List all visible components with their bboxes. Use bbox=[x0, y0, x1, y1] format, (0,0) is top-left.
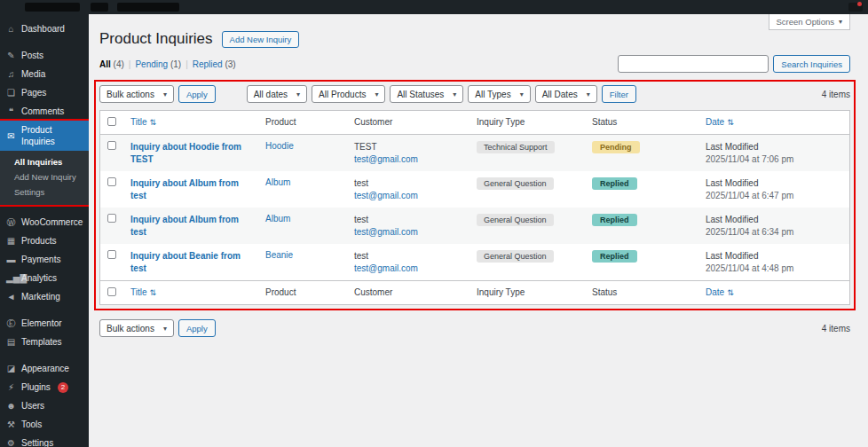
apply-button-bottom[interactable]: Apply bbox=[178, 319, 216, 337]
analytics-icon: ▂▅▇ bbox=[6, 272, 16, 284]
all-types-filter-select[interactable]: All Types ▾ bbox=[468, 85, 530, 103]
chevron-down-icon: ▾ bbox=[163, 325, 167, 333]
modified-date: 2025/11/04 at 7:06 pm bbox=[706, 153, 842, 166]
inquiry-title-link[interactable]: Inquiry about Beanie from test bbox=[130, 250, 251, 274]
sidebar-item-dashboard[interactable]: ⌂ Dashboard bbox=[0, 20, 89, 38]
inquiry-type-badge: Technical Support bbox=[477, 141, 555, 153]
all-dates-filter-select[interactable]: All dates ▾ bbox=[247, 85, 307, 103]
sidebar-item-label: Pages bbox=[21, 87, 46, 98]
sidebar-item-settings[interactable]: ⚙ Settings bbox=[0, 434, 89, 447]
view-link-replied[interactable]: Replied (3) bbox=[193, 59, 236, 69]
sidebar-item-elementor[interactable]: Ⓔ Elementor bbox=[0, 314, 89, 333]
product-link[interactable]: Album bbox=[265, 214, 290, 224]
inquiry-title-link[interactable]: Inquiry about Album from test bbox=[130, 214, 251, 238]
column-header-status: Status bbox=[585, 111, 698, 135]
inquiry-title-link[interactable]: Inquiry about Hoodie from TEST bbox=[130, 141, 251, 165]
column-footer-title[interactable]: Title⇅ bbox=[130, 287, 156, 297]
all-products-filter-select[interactable]: All Products ▾ bbox=[312, 85, 385, 103]
sidebar-item-appearance[interactable]: ◪ Appearance bbox=[0, 359, 89, 378]
customer-email-link[interactable]: test@gmail.com bbox=[354, 227, 418, 237]
filter-button[interactable]: Filter bbox=[602, 85, 636, 103]
sidebar-item-pages[interactable]: ❏ Pages bbox=[0, 83, 89, 102]
sort-icon: ⇅ bbox=[727, 118, 734, 127]
comments-icon: ❝ bbox=[6, 106, 16, 117]
page-header: Product Inquiries Add New Inquiry bbox=[99, 30, 850, 48]
sort-icon: ⇅ bbox=[727, 288, 734, 297]
column-header-title[interactable]: Title⇅ bbox=[130, 117, 156, 127]
sidebar-item-label: Users bbox=[21, 400, 44, 412]
sidebar-item-analytics[interactable]: ▂▅▇ Analytics bbox=[0, 269, 89, 287]
sidebar-item-users[interactable]: ☻ Users bbox=[0, 396, 89, 415]
page-title: Product Inquiries bbox=[99, 30, 213, 48]
column-header-date[interactable]: Date⇅ bbox=[706, 117, 734, 127]
sidebar-item-label: Analytics bbox=[21, 272, 57, 284]
sidebar-item-posts[interactable]: ✎ Posts bbox=[0, 46, 89, 65]
sidebar-item-label: Marketing bbox=[21, 291, 60, 302]
sidebar-item-products[interactable]: ▦ Products bbox=[0, 231, 89, 250]
product-link[interactable]: Beanie bbox=[265, 250, 293, 260]
bulk-actions-select-bottom[interactable]: Bulk actions ▾ bbox=[99, 319, 174, 337]
sidebar-item-marketing[interactable]: ◄ Marketing bbox=[0, 287, 89, 306]
screen-options-tab[interactable]: Screen Options ▾ bbox=[769, 14, 851, 30]
row-checkbox[interactable] bbox=[107, 141, 116, 150]
chevron-down-icon: ▾ bbox=[163, 90, 167, 98]
row-checkbox[interactable] bbox=[107, 250, 116, 259]
items-count: 4 items bbox=[822, 90, 850, 99]
customer-email-link[interactable]: test@gmail.com bbox=[354, 263, 418, 273]
appearance-icon: ◪ bbox=[6, 363, 16, 374]
sidebar-item-label: Elementor bbox=[21, 318, 62, 329]
sidebar-item-media[interactable]: ♫ Media bbox=[0, 65, 89, 83]
search-inquiries-button[interactable]: Search Inquiries bbox=[773, 55, 850, 73]
add-new-inquiry-button[interactable]: Add New Inquiry bbox=[222, 31, 300, 48]
modified-date: 2025/11/04 at 6:47 pm bbox=[706, 190, 842, 202]
customer-email-link[interactable]: test@gmail.com bbox=[354, 154, 418, 164]
sidebar-item-label: Media bbox=[21, 68, 45, 80]
sidebar-item-label: WooCommerce bbox=[21, 216, 83, 228]
items-count-bottom: 4 items bbox=[822, 324, 850, 333]
sidebar-item-label: Payments bbox=[21, 254, 60, 265]
sidebar-item-templates[interactable]: ▤ Templates bbox=[0, 333, 89, 351]
sidebar-item-woocommerce[interactable]: Ⓦ WooCommerce bbox=[0, 213, 89, 231]
sidebar-item-comments[interactable]: ❝ Comments bbox=[0, 102, 89, 121]
chevron-down-icon: ▾ bbox=[520, 90, 524, 98]
sort-icon: ⇅ bbox=[150, 288, 157, 297]
apply-button[interactable]: Apply bbox=[178, 85, 216, 103]
modified-label: Last Modified bbox=[706, 250, 842, 263]
inquiry-title-link[interactable]: Inquiry about Album from test bbox=[130, 177, 251, 201]
view-link-pending[interactable]: Pending (1) bbox=[135, 59, 181, 69]
screen-options-label: Screen Options bbox=[777, 17, 834, 27]
sidebar-item-plugins[interactable]: ⚡ Plugins 2 bbox=[0, 378, 89, 396]
product-link[interactable]: Hoodie bbox=[265, 141, 294, 151]
sidebar-item-tools[interactable]: ⚒ Tools bbox=[0, 415, 89, 434]
sidebar-item-label: Products bbox=[21, 235, 56, 247]
submenu-item-all-inquiries[interactable]: All Inquiries bbox=[0, 154, 89, 169]
submenu-item-add-new-inquiry[interactable]: Add New Inquiry bbox=[0, 169, 89, 184]
modified-label: Last Modified bbox=[706, 214, 842, 226]
all-statuses-filter-select[interactable]: All Statuses ▾ bbox=[390, 85, 463, 103]
bulk-actions-select[interactable]: Bulk actions ▾ bbox=[99, 85, 174, 103]
dashboard-icon: ⌂ bbox=[6, 23, 16, 35]
notification-dot bbox=[857, 2, 862, 6]
all-dates-2-filter-select[interactable]: All Dates ▾ bbox=[535, 85, 597, 103]
payments-icon: ▬ bbox=[6, 254, 16, 265]
woocommerce-icon: Ⓦ bbox=[6, 216, 16, 228]
submenu-item-settings[interactable]: Settings bbox=[0, 184, 89, 200]
marketing-icon: ◄ bbox=[6, 291, 16, 302]
sidebar-item-product-inquiries[interactable]: ✉ Product Inquiries bbox=[0, 121, 89, 151]
search-input[interactable] bbox=[618, 55, 769, 73]
status-badge: Pending bbox=[592, 141, 640, 153]
elementor-icon: Ⓔ bbox=[6, 318, 16, 329]
customer-email-link[interactable]: test@gmail.com bbox=[354, 191, 418, 200]
sidebar-item-payments[interactable]: ▬ Payments bbox=[0, 250, 89, 269]
view-filter-links: All (4) | Pending (1) | Replied (3) bbox=[99, 59, 236, 69]
select-all-checkbox[interactable] bbox=[107, 117, 116, 126]
product-link[interactable]: Album bbox=[265, 177, 290, 187]
row-checkbox[interactable] bbox=[107, 177, 116, 186]
view-link-all[interactable]: All (4) bbox=[99, 59, 124, 69]
row-checkbox[interactable] bbox=[107, 214, 116, 223]
table-row: Inquiry about Album from test Album test… bbox=[100, 171, 850, 208]
tools-icon: ⚒ bbox=[6, 419, 16, 430]
mail-icon: ✉ bbox=[6, 130, 16, 142]
select-all-checkbox-footer[interactable] bbox=[107, 287, 116, 296]
column-footer-date[interactable]: Date⇅ bbox=[706, 287, 734, 297]
